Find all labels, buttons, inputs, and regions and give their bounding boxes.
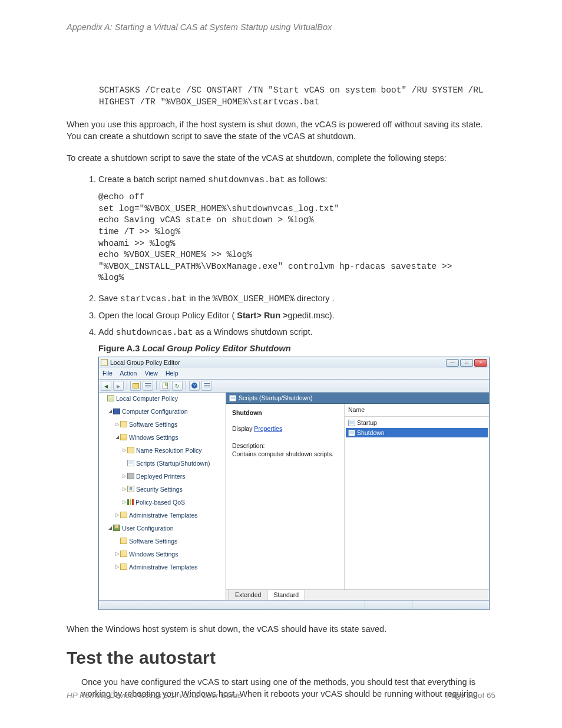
arrow-left-icon [104, 381, 108, 390]
step-1-pre: Create a batch script named [98, 174, 208, 184]
toolbar-separator [127, 381, 127, 390]
refresh-button[interactable] [172, 381, 183, 391]
step-3-bold: Start> Run > [237, 311, 287, 320]
status-cell-3 [412, 601, 489, 610]
tree-admin-templates-2[interactable]: Administrative Templates [129, 563, 198, 571]
heading-test-autostart: Test the autostart [67, 648, 495, 668]
tree-windows-settings-2[interactable]: Windows Settings [129, 550, 178, 558]
detail-panel: Shutdown Display Properties Description:… [226, 404, 344, 589]
status-cell-2 [365, 601, 412, 610]
step-2-mid: in the [187, 294, 213, 303]
step-4-pre: Add [98, 327, 116, 337]
page-footer: HP Remote Device Access 8.1: vCAS User G… [67, 691, 495, 700]
bars-icon [204, 383, 210, 388]
tree-software-settings[interactable]: Software Settings [129, 420, 177, 429]
step-1-post: as follows: [285, 174, 328, 184]
list-item-startup[interactable]: Startup [346, 418, 488, 428]
list-icon [145, 383, 151, 388]
schtasks-code: SCHTASKS /Create /SC ONSTART /TN "Start … [99, 85, 495, 108]
tree-admin-templates-1[interactable]: Administrative Templates [129, 511, 198, 519]
menu-action[interactable]: Action [120, 370, 137, 377]
content-header-title: Scripts (Startup/Shutdown) [239, 394, 312, 403]
folder-icon [120, 512, 127, 518]
tree-name-resolution[interactable]: Name Resolution Policy [136, 446, 201, 454]
statusbar [99, 600, 489, 610]
step-3-post: gpedit.msc). [288, 311, 335, 320]
tab-extended[interactable]: Extended [229, 589, 267, 600]
titlebar[interactable]: Local Group Policy Editor — □ × [99, 357, 489, 368]
forward-button[interactable] [113, 381, 124, 391]
figure-label: Figure A.3 [98, 344, 142, 353]
folder-open-icon [120, 434, 127, 440]
menu-help[interactable]: Help [166, 370, 178, 377]
maximize-button[interactable]: □ [460, 359, 473, 367]
back-button[interactable] [101, 381, 111, 391]
folder-up-icon [133, 383, 139, 388]
tab-standard[interactable]: Standard [267, 589, 305, 600]
folder-icon [127, 447, 134, 453]
properties-link[interactable]: Properties [254, 425, 282, 432]
properties-button[interactable] [143, 381, 153, 391]
step-2-pre: Save [98, 294, 120, 303]
help-button[interactable]: ? [189, 381, 200, 391]
menu-view[interactable]: View [144, 370, 158, 377]
display-label: Display [232, 425, 254, 432]
step-1-filename: shutdownvas.bat [208, 175, 285, 185]
step-3: Open the local Group Policy Editor ( Sta… [98, 309, 495, 321]
window-title: Local Group Policy Editor [110, 358, 446, 367]
list-item-shutdown[interactable]: Shutdown [346, 428, 488, 438]
script-icon [127, 460, 134, 466]
steps-list: Create a batch script named shutdownvas.… [83, 173, 495, 610]
tree-qos[interactable]: Policy-based QoS [135, 498, 185, 506]
scripts-header-icon [229, 395, 236, 401]
footer-page-number: Page 55 of 65 [446, 691, 495, 700]
menu-file[interactable]: File [103, 370, 113, 377]
detail-title: Shutdown [232, 409, 338, 417]
step-2-file: startvcas.bat [120, 294, 187, 304]
list-item-startup-label: Startup [357, 419, 377, 427]
step-4: Add shutdowncas.bat as a Windows shutdow… [98, 326, 495, 610]
list-item-shutdown-label: Shutdown [357, 429, 385, 437]
up-button[interactable] [130, 381, 141, 391]
step-2: Save startvcas.bat in the %VBOX_USER_HOM… [98, 292, 495, 305]
toolbar-separator-3 [186, 381, 186, 390]
step-2-post: directory . [295, 294, 335, 303]
folder-icon [120, 564, 127, 570]
list-column: Name Startup Shutdown [344, 404, 489, 589]
help-icon: ? [191, 383, 197, 388]
tree-printers[interactable]: Deployed Printers [136, 472, 185, 480]
tree-root[interactable]: Local Computer Policy [116, 394, 178, 403]
export-button[interactable] [160, 381, 170, 391]
printer-icon [127, 473, 134, 479]
tree-pane[interactable]: Local Computer Policy ◢Computer Configur… [99, 393, 226, 600]
step-4-post: as a Windows shutdown script. [193, 327, 312, 337]
tree-computer-config[interactable]: Computer Configuration [122, 407, 187, 416]
paragraph-intro-steps: To create a shutdown script to save the … [67, 152, 495, 164]
tree-user-config[interactable]: User Configuration [122, 524, 174, 532]
gpedit-window: Local Group Policy Editor — □ × File Act… [98, 357, 490, 610]
minimize-button[interactable]: — [446, 359, 459, 367]
app-icon [101, 359, 108, 366]
menubar: File Action View Help [99, 368, 489, 379]
tree-security[interactable]: Security Settings [136, 485, 183, 493]
computer-icon [113, 409, 120, 414]
folder-icon [120, 538, 127, 544]
close-button[interactable]: × [474, 359, 487, 367]
tree-scripts[interactable]: Scripts (Startup/Shutdown) [136, 459, 210, 467]
folder-icon [120, 551, 127, 557]
step-1: Create a batch script named shutdownvas.… [98, 173, 495, 284]
step-4-file: shutdowncas.bat [116, 328, 193, 337]
description-text: Contains computer shutdown scripts. [232, 450, 338, 459]
tree-software-settings-2[interactable]: Software Settings [129, 537, 177, 545]
description-label: Description: [232, 442, 338, 450]
content-pane: Scripts (Startup/Shutdown) Shutdown Disp… [226, 393, 489, 600]
figure-title: Local Group Policy Editor Shutdown [142, 344, 290, 353]
view-button[interactable] [201, 381, 212, 391]
view-tabs: Extended Standard [226, 589, 489, 600]
column-header-name[interactable]: Name [345, 404, 489, 417]
tree-windows-settings[interactable]: Windows Settings [129, 433, 178, 442]
step-1-codeblock: @echo off set log="%VBOX_USER_HOME%\shut… [98, 192, 495, 284]
step-3-pre: Open the local Group Policy Editor ( [98, 311, 237, 320]
script-item-icon [348, 420, 355, 426]
arrow-right-icon [117, 381, 120, 390]
